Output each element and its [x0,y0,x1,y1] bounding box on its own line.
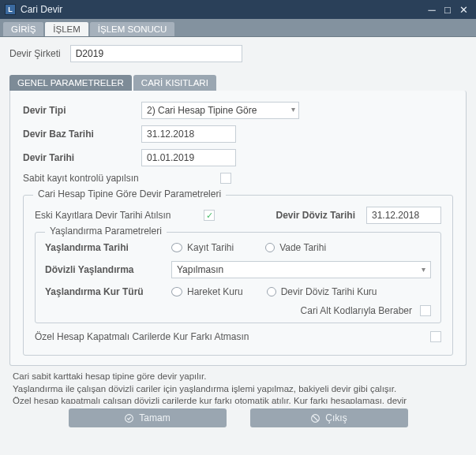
ozel-hesap-kapatmali-checkbox[interactable] [430,331,441,342]
svg-point-0 [126,414,133,422]
window-title: Cari Devir [21,4,62,15]
dovizli-yaslandirma-label: Dövizli Yaşlandırma [45,264,171,275]
cari-alt-kodlariyla-label: Cari Alt Kodlarıyla Beraber [301,305,412,316]
yaslandirma-parametreleri-fieldset: Yaşlandırma Parametreleri Yaşlandırma Ta… [35,232,441,323]
minimize-button[interactable]: ─ [424,4,440,16]
ozel-hesap-kapatmali-label: Özel Hesap Kapatmalı Carilerde Kur Farkı… [35,331,249,342]
chevron-down-icon: ▾ [422,265,425,274]
sabit-kayit-checkbox[interactable] [220,173,231,184]
tab-giris[interactable]: GİRİŞ [3,22,43,36]
radio-dot-icon [267,287,276,296]
subtab-genel-parametreler[interactable]: GENEL PARAMETRELER [9,75,132,91]
devir-tarihi-label: Devir Tarihi [23,152,141,163]
eski-kayit-checkbox[interactable]: ✓ [204,210,215,221]
radio-hareket-kuru[interactable]: Hareket Kuru [171,286,243,297]
genel-parametreler-panel: Devir Tipi 2) Cari Hesap Tipine Göre ▾ D… [9,91,467,366]
devir-baz-tarihi-label: Devir Baz Tarihi [23,129,141,140]
close-button[interactable]: ✕ [455,4,471,16]
radio-vade-tarihi[interactable]: Vade Tarihi [265,242,326,253]
title-bar: L Cari Devir ─ □ ✕ [0,0,476,19]
maximize-button[interactable]: □ [440,4,455,16]
cari-hesap-tipine-gore-fieldset: Cari Hesap Tipine Göre Devir Parametrele… [23,195,453,356]
devir-sirketi-input[interactable] [70,45,242,62]
info-text: Cari sabit karttaki hesap tipine göre de… [9,366,467,404]
radio-devir-doviz-tarihi-kuru[interactable]: Devir Döviz Tarihi Kuru [267,286,377,297]
devir-tipi-select[interactable]: 2) Cari Hesap Tipine Göre ▾ [141,102,299,119]
yaslandirma-tarihi-label: Yaşlandırma Tarihi [45,242,171,253]
radio-kayit-tarihi[interactable]: Kayıt Tarihi [171,242,234,253]
app-icon: L [5,4,16,15]
yaslandirma-legend: Yaşlandırma Parametreleri [45,226,167,237]
cikis-button[interactable]: Çıkış [250,408,408,427]
devir-baz-tarihi-input[interactable]: 31.12.2018 [141,125,236,143]
radio-dot-icon [265,243,275,252]
radio-dot-icon [171,287,182,296]
subtab-cari-kisitlari[interactable]: CARİ KISITLARI [133,75,216,91]
devir-tarihi-input[interactable]: 01.01.2019 [141,149,236,166]
chevron-down-icon: ▾ [291,105,295,114]
tamam-button[interactable]: Tamam [69,408,227,427]
dovizli-yaslandirma-select[interactable]: Yapılmasın ▾ [171,261,431,278]
fieldset-legend: Cari Hesap Tipine Göre Devir Parametrele… [33,188,226,200]
tab-islem[interactable]: İŞLEM [45,22,88,36]
cancel-circle-icon [310,413,320,423]
devir-doviz-tarihi-input[interactable]: 31.12.2018 [366,207,441,224]
radio-dot-icon [171,243,182,252]
ok-circle-icon [124,413,134,423]
cari-alt-kodlariyla-checkbox[interactable] [420,305,431,316]
devir-sirketi-label: Devir Şirketi [9,48,61,59]
tab-islem-sonucu[interactable]: İŞLEM SONUCU [90,22,175,36]
eski-kayit-label: Eski Kayıtlara Devir Tarihi Atılsın [35,210,193,221]
devir-tipi-value: 2) Cari Hesap Tipine Göre [147,105,257,116]
devir-tipi-label: Devir Tipi [23,105,141,116]
svg-line-2 [313,416,319,421]
yaslandirma-kur-turu-label: Yaşlandırma Kur Türü [45,286,171,297]
main-tabs: GİRİŞ İŞLEM İŞLEM SONUCU [0,19,476,37]
devir-doviz-tarihi-label: Devir Döviz Tarihi [276,210,355,221]
sabit-kayit-label: Sabit kayıt kontrolü yapılsın [23,173,220,184]
